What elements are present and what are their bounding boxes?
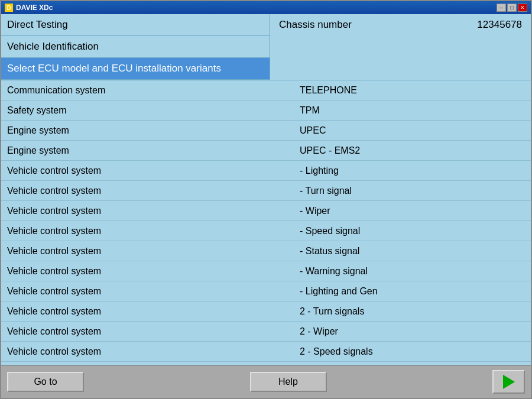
list-item[interactable]: Engine systemUPEC (1, 121, 531, 141)
list-item-right: - Lighting and Gen (270, 283, 531, 300)
list-item[interactable]: Vehicle control system2 - Wiper (1, 322, 531, 342)
chassis-value: 12345678 (477, 19, 522, 31)
list-item-right: - Status signal (270, 242, 531, 260)
list-item-right: 2 - Wiper (270, 323, 531, 340)
help-button[interactable]: Help (250, 372, 327, 392)
list-item[interactable]: Vehicle control system- Lighting and Gen (1, 281, 531, 301)
close-button[interactable]: ✕ (518, 4, 527, 12)
list-item[interactable]: Vehicle control system- Lighting (1, 161, 531, 181)
title-bar-left: D DAVIE XDc (5, 4, 53, 12)
list-item[interactable]: Engine systemUPEC - EMS2 (1, 141, 531, 161)
list-item-right: 2 - Speed signals (270, 343, 531, 361)
list-item-right: - Speed signal (270, 222, 531, 240)
app-icon: D (5, 4, 13, 12)
list-item-left: Safety system (1, 102, 270, 119)
list-item-right: TELEPHONE (270, 82, 531, 99)
select-ecu-label: Select ECU model and ECU installation va… (7, 63, 221, 74)
main-window: D DAVIE XDc – □ ✕ Direct Testing Vehicle… (0, 0, 532, 399)
toolbar: Go to Help (1, 365, 531, 398)
list-item-left: Vehicle control system (1, 323, 270, 340)
goto-label: Go to (34, 377, 57, 387)
right-header: Chassis number 12345678 (270, 14, 531, 80)
list-item-left: Vehicle control system (1, 222, 270, 240)
list-item[interactable]: Vehicle control system- Speed signal (1, 221, 531, 241)
play-icon (503, 375, 515, 389)
vehicle-identification-label: Vehicle Identification (7, 41, 99, 52)
list-item-right: - Wiper (270, 202, 531, 220)
list-item[interactable]: Vehicle control system2 - Turn signals (1, 301, 531, 322)
list-item-left: Engine system (1, 142, 270, 160)
select-ecu-row[interactable]: Select ECU model and ECU installation va… (1, 58, 270, 80)
window-title: DAVIE XDc (16, 4, 53, 12)
list-item-right: TPM (270, 102, 531, 119)
list-item[interactable]: Vehicle control system- Status signal (1, 241, 531, 261)
list-item-left: Vehicle control system (1, 162, 270, 180)
list-item-left: Engine system (1, 122, 270, 140)
header-section: Direct Testing Vehicle Identification Se… (1, 14, 531, 80)
list-item-left: Vehicle control system (1, 343, 270, 361)
list-item-right: UPEC - EMS2 (270, 142, 531, 160)
list-item[interactable]: Communication systemTELEPHONE (1, 80, 531, 100)
list-item-right: 2 - Turn signals (270, 303, 531, 320)
list-item-left: Vehicle control system (1, 202, 270, 220)
list-item[interactable]: Vehicle control system- Turn signal (1, 181, 531, 201)
vehicle-identification-row[interactable]: Vehicle Identification (1, 36, 270, 58)
list-item-left: Vehicle control system (1, 283, 270, 300)
list-item-left: Vehicle control system (1, 262, 270, 280)
chassis-row: Chassis number 12345678 (279, 19, 522, 31)
goto-button[interactable]: Go to (7, 372, 84, 392)
list-item-left: Vehicle control system (1, 242, 270, 260)
direct-testing-row[interactable]: Direct Testing (1, 14, 270, 36)
title-controls: – □ ✕ (497, 4, 527, 12)
direct-testing-label: Direct Testing (7, 19, 68, 30)
list-item-right: UPEC (270, 122, 531, 140)
title-bar: D DAVIE XDc – □ ✕ (1, 1, 531, 14)
list-item-right: - Warning signal (270, 262, 531, 280)
list-item-right: - Turn signal (270, 182, 531, 200)
play-button[interactable] (492, 370, 525, 394)
chassis-label: Chassis number (279, 19, 352, 31)
list-container[interactable]: Communication systemTELEPHONESafety syst… (1, 80, 531, 365)
list-item-left: Vehicle control system (1, 303, 270, 320)
minimize-button[interactable]: – (497, 4, 506, 12)
content-area: Direct Testing Vehicle Identification Se… (1, 14, 531, 365)
list-item[interactable]: Safety systemTPM (1, 100, 531, 121)
list-item-left: Vehicle control system (1, 182, 270, 200)
list-item[interactable]: Vehicle control system- Warning signal (1, 261, 531, 281)
list-section: Communication systemTELEPHONESafety syst… (1, 80, 531, 365)
maximize-button[interactable]: □ (507, 4, 517, 12)
list-item-left: Communication system (1, 82, 270, 99)
list-item[interactable]: Vehicle control system2 - Speed signals (1, 342, 531, 362)
left-header: Direct Testing Vehicle Identification Se… (1, 14, 270, 80)
list-item[interactable]: Vehicle control system- Wiper (1, 201, 531, 221)
list-item-right: - Lighting (270, 162, 531, 180)
help-label: Help (278, 377, 298, 387)
